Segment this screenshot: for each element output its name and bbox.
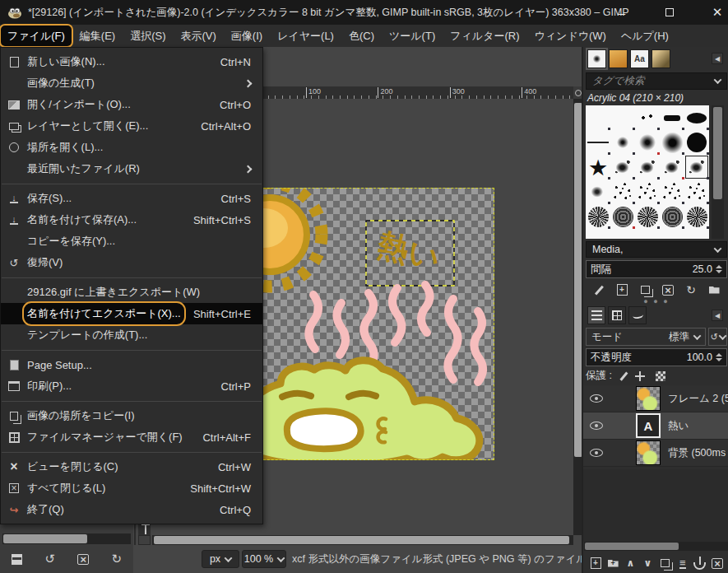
- scrollbar-thumb[interactable]: [3, 534, 87, 543]
- layer-opacity-slider[interactable]: 不透明度 100.0: [586, 348, 727, 366]
- menu-item[interactable]: Page Setup...: [1, 354, 262, 375]
- brush-cell-tex2[interactable]: [610, 204, 635, 229]
- lower-layer-icon[interactable]: [640, 554, 655, 572]
- dockable-menu-button[interactable]: ◀: [712, 310, 723, 321]
- layer-list-scrollbar[interactable]: [584, 542, 728, 551]
- brush-cell-splat[interactable]: [660, 155, 684, 179]
- new-group-icon[interactable]: [605, 554, 620, 572]
- layer-thumbnail[interactable]: A: [636, 413, 661, 438]
- minimize-button[interactable]: –: [603, 0, 641, 25]
- tab-layers[interactable]: [587, 306, 605, 324]
- menu-item[interactable]: 開く/インポート(O)...Ctrl+O: [1, 94, 262, 115]
- menubar-item-8[interactable]: フィルター(R): [443, 25, 526, 47]
- spinner-arrows[interactable]: [716, 265, 722, 273]
- menubar-item-1[interactable]: 編集(E): [72, 25, 123, 47]
- menu-item[interactable]: ビューを閉じる(C)Ctrl+W: [1, 456, 262, 478]
- brush-cell-bar[interactable]: [660, 105, 684, 130]
- brush-search-field[interactable]: タグで検索: [586, 72, 727, 90]
- redo-icon[interactable]: [107, 550, 127, 568]
- brush-cell-blank[interactable]: [586, 105, 610, 130]
- brush-cell-speck[interactable]: [684, 179, 709, 204]
- brush-cell-fuzz-m[interactable]: [635, 130, 660, 155]
- brush-cell-ellipse[interactable]: [684, 105, 709, 130]
- menu-item[interactable]: レイヤーとして開く(E)...Ctrl+Alt+O: [1, 115, 262, 137]
- refresh-brushes-icon[interactable]: [681, 281, 701, 299]
- maximize-button[interactable]: [651, 0, 689, 25]
- brush-cell-speck[interactable]: [635, 179, 660, 204]
- spinner-arrows[interactable]: [716, 353, 722, 361]
- layer-row[interactable]: A熱い: [583, 412, 728, 440]
- menu-item[interactable]: 画像の生成(T): [1, 72, 262, 94]
- unit-dropdown[interactable]: px: [202, 550, 239, 568]
- merge-down-icon[interactable]: [675, 554, 690, 572]
- edit-brush-icon[interactable]: [589, 281, 609, 299]
- brush-cell-star[interactable]: [586, 155, 610, 179]
- image-canvas[interactable]: 熱い: [234, 188, 494, 460]
- menubar-item-3[interactable]: 表示(V): [174, 25, 224, 47]
- tab-brushes[interactable]: [587, 49, 606, 68]
- brush-cell-speck[interactable]: [660, 179, 684, 204]
- delete-brush-icon[interactable]: [658, 281, 678, 299]
- delete-layer-icon[interactable]: [710, 554, 725, 572]
- brush-spacing-slider[interactable]: 間隔 25.0: [586, 260, 727, 278]
- brush-cell-dotpair[interactable]: [635, 105, 660, 130]
- anchor-icon[interactable]: [693, 554, 707, 572]
- scrollbar-thumb[interactable]: [154, 536, 569, 544]
- menu-item[interactable]: 画像の場所をコピー(I): [1, 405, 262, 426]
- menu-item[interactable]: コピーを保存(Y)...: [1, 231, 262, 252]
- brush-cell-line[interactable]: [586, 130, 610, 155]
- scrollbar-thumb[interactable]: [585, 543, 679, 550]
- brush-grid-scrollbar[interactable]: [712, 105, 724, 239]
- brush-cell-splat[interactable]: [610, 155, 635, 179]
- brush-cell-circle[interactable]: [684, 130, 709, 155]
- menu-item[interactable]: 保存(S)...Ctrl+S: [1, 188, 262, 209]
- brush-cell-splat[interactable]: [635, 155, 660, 179]
- menubar-item-7[interactable]: ツール(T): [382, 25, 443, 47]
- mode-group-switch-button[interactable]: ↺: [708, 328, 727, 346]
- brush-cell-tex2[interactable]: [660, 204, 684, 229]
- layer-mode-dropdown[interactable]: モード 標準: [586, 328, 706, 346]
- new-brush-icon[interactable]: [612, 281, 632, 299]
- brush-cell-fuzz-l[interactable]: [660, 130, 684, 155]
- brush-cell-edge[interactable]: [684, 229, 709, 239]
- brush-cell-edge[interactable]: [660, 229, 684, 239]
- menu-item[interactable]: テンプレートの作成(T)...: [1, 324, 262, 346]
- duplicate-layer-icon[interactable]: [658, 554, 673, 572]
- delete-box-icon[interactable]: [73, 550, 93, 568]
- layer-row[interactable]: 背景 (500ms: [583, 440, 728, 467]
- dock-splitter-handle[interactable]: ● ● ●: [583, 300, 728, 305]
- tab-channels[interactable]: [608, 306, 626, 324]
- brush-cell-speck[interactable]: [610, 179, 635, 204]
- menubar-item-6[interactable]: 色(C): [341, 25, 382, 47]
- duplicate-brush-icon[interactable]: [635, 281, 655, 299]
- menubar-item-5[interactable]: レイヤー(L): [270, 25, 341, 47]
- menu-item[interactable]: 名前を付けて保存(A)...Shift+Ctrl+S: [1, 209, 262, 231]
- lock-move-icon[interactable]: [635, 371, 645, 381]
- brush-cell-tex[interactable]: [635, 204, 660, 229]
- brush-cell-edge[interactable]: [586, 229, 610, 239]
- menubar-item-10[interactable]: ヘルプ(H): [614, 25, 676, 47]
- visibility-eye-icon[interactable]: [590, 394, 603, 403]
- menubar-item-4[interactable]: 画像(I): [224, 25, 270, 47]
- raise-layer-icon[interactable]: [623, 554, 638, 572]
- canvas-h-scrollbar[interactable]: [152, 535, 573, 545]
- open-brush-icon[interactable]: [704, 281, 724, 299]
- layer-thumbnail[interactable]: [636, 386, 661, 411]
- quickmask-toggle[interactable]: [138, 535, 151, 545]
- menu-item[interactable]: 新しい画像(N)...Ctrl+N: [1, 51, 262, 72]
- menubar-item-2[interactable]: 選択(S): [123, 25, 173, 47]
- menu-item[interactable]: 復帰(V): [1, 252, 262, 273]
- menu-item[interactable]: 29126.gif に上書きエクスポート(W): [1, 282, 262, 303]
- lock-alpha-icon[interactable]: [656, 371, 665, 381]
- scrollbar-thumb[interactable]: [713, 107, 722, 199]
- menu-item[interactable]: 終了(Q)Ctrl+Q: [1, 499, 262, 520]
- tab-paths[interactable]: [628, 306, 647, 324]
- zoom-dropdown[interactable]: 100 %: [242, 550, 286, 568]
- menubar-item-9[interactable]: ウィンドウ(W): [526, 25, 613, 47]
- brush-cell-tex[interactable]: [684, 204, 709, 229]
- visibility-eye-icon[interactable]: [590, 449, 603, 457]
- brush-cell-soft[interactable]: [586, 179, 610, 204]
- menubar-item-0[interactable]: ファイル(F): [0, 25, 72, 47]
- visibility-eye-icon[interactable]: [590, 422, 603, 430]
- tab-fonts[interactable]: Aa: [630, 49, 649, 68]
